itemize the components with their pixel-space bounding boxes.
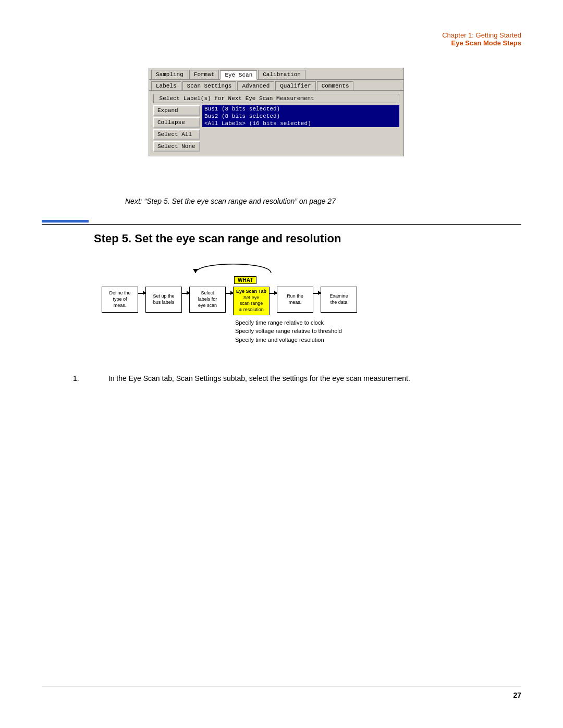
step-body: In the Eye Scan tab, Scan Settings subta… bbox=[104, 374, 410, 382]
tab-scan-settings[interactable]: Scan Settings bbox=[182, 81, 237, 90]
flow-arrow-5 bbox=[313, 287, 321, 294]
tab-comments[interactable]: Comments bbox=[317, 81, 354, 90]
tab-eye-scan[interactable]: Eye Scan bbox=[220, 70, 257, 80]
tab-format[interactable]: Format bbox=[189, 70, 219, 79]
section-heading: Step 5. Set the eye scan range and resol… bbox=[94, 232, 341, 245]
group-label: Select Label(s) for Next Eye Scan Measur… bbox=[153, 94, 399, 103]
list-item[interactable]: Bus2 (8 bits selected) bbox=[202, 113, 399, 120]
collapse-button[interactable]: Collapse bbox=[153, 117, 200, 128]
bullet-container: Specify time range relative to clock Spe… bbox=[102, 318, 461, 344]
flow-step-1: Define thetype ofmeas. bbox=[102, 287, 138, 313]
tab-calibration[interactable]: Calibration bbox=[258, 70, 305, 79]
footer-line bbox=[42, 686, 521, 686]
scan-buttons: Expand Collapse Select All Select None bbox=[153, 105, 200, 152]
tab-bar-primary: Sampling Format Eye Scan Calibration bbox=[149, 68, 403, 80]
list-item[interactable]: <All Labels> (16 bits selected) bbox=[202, 120, 399, 127]
svg-marker-0 bbox=[193, 269, 198, 273]
tab-bar-secondary: Labels Scan Settings Advanced Qualifier … bbox=[149, 80, 403, 91]
divider-line bbox=[42, 224, 521, 225]
scan-list: Bus1 (8 bits selected) Bus2 (8 bits sele… bbox=[202, 105, 399, 152]
tab-advanced[interactable]: Advanced bbox=[237, 81, 274, 90]
numbered-step: 1. In the Eye Scan tab, Scan Settings su… bbox=[73, 373, 511, 384]
bullet-1: Specify time range relative to clock bbox=[235, 318, 342, 327]
flow-arrow-1 bbox=[138, 287, 145, 294]
flow-step-3: Selectlabels foreye scan bbox=[189, 287, 226, 313]
flow-arrow-3 bbox=[226, 287, 233, 294]
header-nav: Chapter 1: Getting Started Eye Scan Mode… bbox=[442, 31, 521, 47]
what-label-row: WHAT bbox=[102, 276, 461, 286]
expand-button[interactable]: Expand bbox=[153, 105, 200, 116]
section-title: Eye Scan Mode Steps bbox=[442, 39, 521, 47]
screenshot-content: Select Label(s) for Next Eye Scan Measur… bbox=[149, 91, 403, 156]
flow-box-2: Set up thebus labels bbox=[145, 287, 182, 313]
tab-sampling[interactable]: Sampling bbox=[151, 70, 188, 79]
tab-qualifier[interactable]: Qualifier bbox=[275, 81, 315, 90]
screenshot-image: Sampling Format Eye Scan Calibration Lab… bbox=[149, 68, 404, 156]
what-label: WHAT bbox=[234, 276, 256, 284]
flow-box-4: Eye Scan TabSet eyescan range& resolutio… bbox=[233, 287, 270, 315]
flow-main-row: Define thetype ofmeas. Set up thebus lab… bbox=[102, 287, 461, 315]
tab-labels[interactable]: Labels bbox=[151, 81, 181, 90]
scan-layout: Expand Collapse Select All Select None B… bbox=[153, 105, 399, 152]
next-step-text: Next: “Step 5. Set the eye scan range an… bbox=[125, 197, 336, 205]
bullet-list: Specify time range relative to clock Spe… bbox=[235, 318, 342, 344]
flow-step-2: Set up thebus labels bbox=[145, 287, 182, 313]
divider-accent bbox=[42, 220, 89, 223]
flow-arrow-2 bbox=[182, 287, 189, 294]
step-number: 1. bbox=[73, 373, 89, 384]
flow-box-3: Selectlabels foreye scan bbox=[189, 287, 226, 313]
flow-box-1: Define thetype ofmeas. bbox=[102, 287, 138, 313]
flow-box-5: Run themeas. bbox=[277, 287, 313, 313]
chapter-title: Chapter 1: Getting Started bbox=[442, 31, 521, 39]
page-number: 27 bbox=[513, 691, 521, 699]
flow-step-5: Run themeas. bbox=[277, 287, 313, 313]
select-none-button[interactable]: Select None bbox=[153, 141, 200, 152]
select-all-button[interactable]: Select All bbox=[153, 129, 200, 140]
flow-step-4: Eye Scan TabSet eyescan range& resolutio… bbox=[233, 287, 270, 315]
flow-box-6: Examinethe data bbox=[321, 287, 357, 313]
flow-diagram: WHAT Define thetype ofmeas. Set up thebu… bbox=[102, 258, 461, 344]
bullet-2: Specify voltage range relative to thresh… bbox=[235, 327, 342, 336]
bullet-3: Specify time and voltage resolution bbox=[235, 336, 342, 344]
curved-arrow bbox=[190, 258, 279, 275]
list-item[interactable]: Bus1 (8 bits selected) bbox=[202, 105, 399, 113]
flow-arrow-4 bbox=[270, 287, 277, 294]
flow-step-6: Examinethe data bbox=[321, 287, 357, 313]
